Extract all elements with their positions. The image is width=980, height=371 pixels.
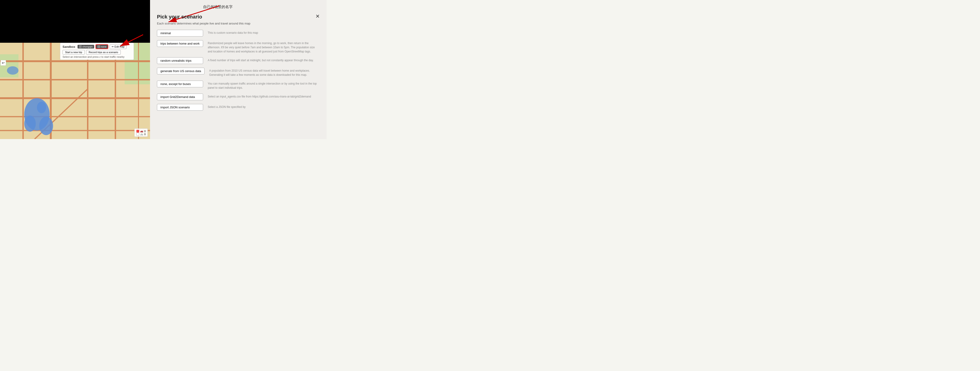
- scenario-btn-minimal[interactable]: minimal: [157, 30, 203, 37]
- bike-legend: 🚲 0: [137, 133, 146, 136]
- scenario-desc-us-census: A population from 2010 US census data wi…: [209, 68, 320, 77]
- undo-button[interactable]: ↩: [0, 60, 6, 66]
- panel-subtitle: Each scenario determines what people liv…: [157, 22, 320, 25]
- edit-map-btn[interactable]: ✏ Edit map: [110, 45, 126, 49]
- scenario-option-minimal: minimalThis is custom scenario data for …: [157, 30, 320, 37]
- chongqin-scenario-btn[interactable]: chongqin: [78, 45, 94, 48]
- none-btn-circled: none: [95, 44, 108, 49]
- map-container: ↩ Sandbox chongqin none ✏ Edit map Start…: [0, 0, 150, 139]
- scenario-btn-us-census[interactable]: generate from US census data: [157, 68, 205, 74]
- scenario-option-us-census: generate from US census dataA population…: [157, 68, 320, 77]
- none-scenario-btn[interactable]: none: [96, 45, 108, 48]
- scenario-icon: [79, 45, 82, 48]
- chongqin-label: chongqin: [83, 45, 93, 48]
- edit-map-label: Edit map: [115, 45, 124, 48]
- scenario-option-none-buses: none, except for busesYou can manually s…: [157, 81, 320, 90]
- svg-point-15: [39, 117, 53, 135]
- scenario-desc-random-unrealistic: A fixed number of trips will start at mi…: [208, 57, 320, 62]
- scenario-desc-json-scenario: Select a JSON file specified by: [208, 104, 320, 109]
- bike-count: 0: [144, 133, 146, 136]
- scenario-desc-trips-home-work: Randomized people will leave homes in th…: [208, 40, 320, 54]
- right-panel: 自己的场景的名字 Pick your scenario ✕ Each scena…: [150, 0, 326, 139]
- scenario-btn-none-buses[interactable]: none, except for buses: [157, 81, 203, 87]
- car-icon: 🚗: [140, 130, 143, 133]
- pencil-icon: ✏: [112, 45, 114, 48]
- close-button[interactable]: ✕: [315, 14, 320, 19]
- scenario-option-json-scenario: import JSON scenarioSelect a JSON file s…: [157, 104, 320, 111]
- scenario-desc-minimal: This is custom scenario data for this ma…: [208, 30, 320, 35]
- map-legend: 🚗 0 🚲 0: [134, 128, 148, 137]
- scenario-option-grid2demand: import Grid2Demand dataSelect an input_a…: [157, 94, 320, 100]
- sandbox-label: Sandbox: [62, 45, 75, 48]
- start-trip-btn[interactable]: Start a new trip: [62, 50, 85, 54]
- scenario-option-random-unrealistic: random unrealistic tripsA fixed number o…: [157, 57, 320, 64]
- none-label: none: [101, 45, 107, 48]
- scenario-desc-none-buses: You can manually spawn traffic around a …: [208, 81, 320, 90]
- sandbox-row2: Start a new trip Record trips as a scena…: [62, 50, 131, 54]
- sandbox-hint: Select an intersection and press z to st…: [62, 56, 131, 58]
- svg-point-16: [24, 115, 36, 132]
- sandbox-row1: Sandbox chongqin none ✏ Edit map: [62, 44, 131, 49]
- chinese-annotation: 自己的场景的名字: [203, 5, 233, 10]
- none-icon: [97, 45, 100, 48]
- svg-point-17: [37, 102, 46, 113]
- scenario-btn-json-scenario[interactable]: import JSON scenario: [157, 104, 203, 111]
- scenario-btn-random-unrealistic[interactable]: random unrealistic trips: [157, 57, 203, 64]
- map-black-area: [0, 0, 150, 43]
- sandbox-toolbar: Sandbox chongqin none ✏ Edit map Start a…: [60, 43, 134, 60]
- scenario-option-trips-home-work: trips between home and workRandomized pe…: [157, 40, 320, 54]
- panel-title: Pick your scenario: [157, 14, 320, 20]
- bike-checkbox[interactable]: [137, 133, 139, 136]
- scenario-btn-trips-home-work[interactable]: trips between home and work: [157, 40, 203, 47]
- bike-icon: 🚲: [140, 133, 143, 136]
- svg-point-18: [7, 66, 19, 75]
- car-legend: 🚗 0: [137, 130, 146, 133]
- scenario-btn-grid2demand[interactable]: import Grid2Demand data: [157, 94, 203, 100]
- scenario-desc-grid2demand: Select an input_agents.csv file from htt…: [208, 94, 320, 99]
- record-trip-btn[interactable]: Record trips as a scenario: [86, 50, 121, 54]
- car-count: 0: [144, 130, 146, 133]
- car-checkbox[interactable]: [137, 130, 139, 133]
- scenarios-list: minimalThis is custom scenario data for …: [157, 30, 320, 111]
